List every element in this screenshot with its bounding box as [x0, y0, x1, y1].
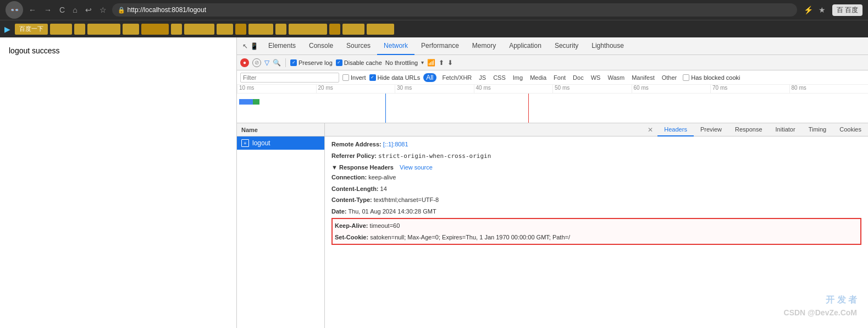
tick-10ms: 10 ms	[237, 85, 316, 93]
tick-30ms: 30 ms	[395, 85, 474, 93]
back-button[interactable]: ←	[26, 4, 38, 15]
filter-manifest[interactable]: Manifest	[629, 74, 657, 81]
filter-media[interactable]: Media	[527, 74, 549, 81]
name-row-logout[interactable]: ≡ logout	[237, 136, 324, 150]
date-value: Thu, 01 Aug 2024 14:30:28 GMT	[348, 208, 436, 215]
headers-tab-preview[interactable]: Preview	[694, 123, 728, 136]
bookmark-9[interactable]	[235, 24, 246, 35]
headers-tab-headers[interactable]: Headers	[657, 123, 694, 136]
invert-checkbox[interactable]: Invert	[342, 74, 366, 81]
devtools-panel: ↖ 📱 Elements Console Sources Network Per…	[236, 37, 868, 328]
star-empty-button[interactable]: ☆	[97, 4, 109, 15]
record-button[interactable]: ●	[240, 58, 249, 67]
tab-elements[interactable]: Elements	[262, 37, 302, 55]
filter-ws[interactable]: WS	[588, 74, 604, 81]
filter-css[interactable]: CSS	[490, 74, 508, 81]
expand-icon[interactable]: ▶	[4, 25, 10, 34]
wifi-icon[interactable]: 📶	[427, 59, 435, 67]
page-content: logout success	[0, 37, 236, 328]
cursor-icon[interactable]: ↖	[242, 42, 248, 50]
has-blocked-checkbox[interactable]: Has blocked cooki	[683, 74, 740, 81]
headers-tab-cookies[interactable]: Cookies	[833, 123, 868, 136]
tick-50ms: 50 ms	[552, 85, 632, 93]
refresh-button[interactable]: C	[57, 4, 67, 15]
bookmark-11[interactable]	[275, 24, 286, 35]
star-icon[interactable]: ★	[819, 6, 826, 14]
filter-all[interactable]: All	[423, 73, 436, 82]
hide-data-urls-check: ✓	[369, 74, 376, 81]
bookmark-12[interactable]	[289, 24, 327, 35]
keep-alive-value: timeout=60	[370, 222, 400, 229]
device-icon[interactable]: 📱	[250, 42, 258, 50]
filter-fetch-xhr[interactable]: Fetch/XHR	[440, 74, 475, 81]
forward-button[interactable]: →	[42, 4, 54, 15]
throttle-dropdown-icon[interactable]: ▾	[421, 59, 424, 65]
bookmark-7[interactable]	[184, 24, 214, 35]
filter-input[interactable]	[240, 73, 339, 83]
search-icon[interactable]: 🔍	[273, 59, 281, 67]
tab-lighthouse[interactable]: Lighthouse	[585, 37, 631, 55]
home-button[interactable]: ⌂	[70, 4, 79, 15]
bookmarks-bar: ▶ 百度一下	[0, 20, 868, 37]
filter-doc[interactable]: Doc	[570, 74, 587, 81]
download-icon[interactable]: ⬇	[447, 59, 453, 67]
browser-chrome: 👓 ← → C ⌂ ↩ ☆ 🔒 http://localhost:8081/lo…	[0, 0, 868, 20]
bookmark-15[interactable]	[367, 24, 394, 35]
lightning-icon[interactable]: ⚡	[804, 6, 813, 14]
date-key: Date:	[331, 208, 347, 215]
preserve-log-checkbox[interactable]: ✓ Preserve log	[290, 59, 333, 66]
network-table-area: Name ≡ logout ✕ Headers Preview Response…	[237, 123, 868, 328]
bookmark-14[interactable]	[342, 24, 364, 35]
tab-console[interactable]: Console	[302, 37, 340, 55]
view-source-link[interactable]: View source	[400, 164, 433, 171]
bookmark-13[interactable]	[329, 24, 340, 35]
tab-application[interactable]: Application	[502, 37, 548, 55]
bookmark-5[interactable]	[141, 24, 169, 35]
tab-network[interactable]: Network	[377, 37, 414, 55]
headers-tab-timing[interactable]: Timing	[802, 123, 833, 136]
filter-font[interactable]: Font	[551, 74, 568, 81]
referrer-policy-value: strict-origin-when-cross-origin	[378, 152, 491, 159]
hide-data-urls-checkbox[interactable]: ✓ Hide data URLs	[369, 74, 421, 81]
filter-img[interactable]: Img	[510, 74, 526, 81]
content-type-line: Content-Type: text/html;charset=UTF-8	[331, 194, 861, 206]
content-length-key: Content-Length:	[331, 185, 379, 192]
bookmark-8[interactable]	[217, 24, 233, 35]
clear-button[interactable]: ⊘	[252, 58, 261, 67]
filter-wasm[interactable]: Wasm	[605, 74, 627, 81]
tick-40ms: 40 ms	[474, 85, 553, 93]
bar-waiting	[239, 99, 253, 105]
tab-performance[interactable]: Performance	[414, 37, 466, 55]
tab-memory[interactable]: Memory	[466, 37, 502, 55]
request-bar-logout	[239, 99, 259, 105]
close-panel-button[interactable]: ✕	[643, 123, 657, 136]
upload-icon[interactable]: ⬆	[439, 59, 444, 67]
bookmark-6[interactable]	[171, 24, 182, 35]
bookmark-4[interactable]	[123, 24, 139, 35]
logout-success-text: logout success	[9, 46, 60, 55]
tab-security[interactable]: Security	[548, 37, 585, 55]
disable-cache-checkbox[interactable]: ✓ Disable cache	[336, 59, 382, 66]
has-blocked-check	[683, 74, 689, 81]
response-headers-section[interactable]: ▼ Response Headers View source	[331, 162, 861, 172]
content-length-line: Content-Length: 14	[331, 183, 861, 195]
bookmark-10[interactable]	[248, 24, 273, 35]
bookmark-3[interactable]	[87, 24, 120, 35]
headers-tab-response[interactable]: Response	[728, 123, 769, 136]
tab-sources[interactable]: Sources	[340, 37, 377, 55]
address-bar[interactable]: 🔒 http://localhost:8081/logout	[112, 3, 797, 17]
filter-other[interactable]: Other	[659, 74, 680, 81]
invert-check	[342, 74, 349, 81]
baidu-bookmark[interactable]: 百度一下	[15, 24, 48, 35]
filter-icon[interactable]: ▽	[264, 59, 269, 67]
separator-1	[285, 58, 286, 67]
headers-tab-initiator[interactable]: Initiator	[769, 123, 802, 136]
bookmark-1[interactable]	[50, 24, 72, 35]
no-throttling-label: No throttling	[385, 59, 418, 66]
filter-js[interactable]: JS	[476, 74, 489, 81]
baidu-button[interactable]: 百 百度	[832, 4, 863, 16]
bookmark-2[interactable]	[74, 24, 85, 35]
devtools-icon-area: ↖ 📱	[239, 42, 262, 50]
bar-receiving	[253, 99, 259, 105]
undo-button[interactable]: ↩	[83, 4, 94, 15]
